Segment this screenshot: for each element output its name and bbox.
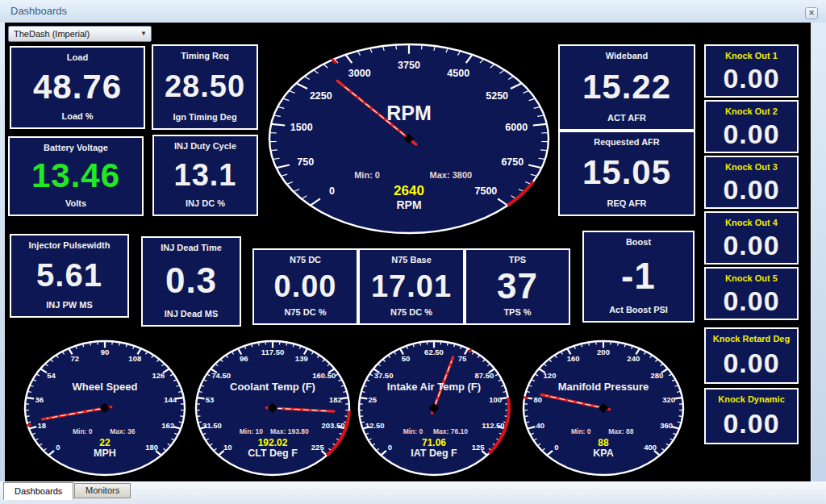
tile-knock-out-1: Knock Out 1 0.00: [704, 44, 799, 98]
svg-text:240: 240: [627, 354, 640, 363]
svg-text:126: 126: [152, 371, 165, 380]
tile-knock-out-5: Knock Out 5 0.00: [704, 267, 799, 320]
svg-text:100: 100: [489, 395, 502, 404]
svg-text:3750: 3750: [398, 60, 420, 71]
svg-text:IAT Deg F: IAT Deg F: [411, 448, 457, 459]
svg-text:Wheel Speed: Wheel Speed: [73, 381, 138, 393]
svg-text:CLT Deg F: CLT Deg F: [248, 448, 298, 459]
tile-title: Knock Out 4: [725, 213, 778, 227]
svg-text:2640: 2640: [394, 183, 424, 198]
wheel-speed-gauge: 01836547290108126144162180Wheel SpeedMin…: [23, 339, 187, 477]
tile-title: Battery Voltage: [44, 138, 108, 152]
close-button[interactable]: ✕: [805, 7, 818, 19]
tile-value: 13.46: [31, 152, 120, 198]
svg-text:320: 320: [662, 395, 675, 404]
tile-value: 0.00: [723, 344, 779, 382]
svg-text:Max: 88: Max: 88: [608, 427, 633, 435]
tile-knock-out-2: Knock Out 2 0.00: [704, 100, 799, 153]
tile-value: 13.1: [174, 151, 237, 198]
tile-value: 0.3: [165, 252, 217, 309]
tile-value: 15.05: [582, 147, 671, 198]
tile-value: -1: [621, 247, 656, 305]
svg-text:112.50: 112.50: [482, 421, 505, 430]
tile-title: Timing Req: [181, 46, 229, 60]
svg-text:Min: 0: Min: 0: [571, 427, 591, 435]
svg-text:360: 360: [660, 421, 673, 430]
svg-text:96: 96: [240, 354, 248, 363]
svg-text:Min: 0: Min: 0: [73, 427, 93, 435]
tile-timing-req: Timing Req 28.50 Ign Timing Deg: [152, 44, 258, 130]
svg-text:7500: 7500: [475, 185, 498, 197]
tile-value: 0.00: [723, 172, 779, 207]
tile-title: Injector Pulsewidth: [29, 235, 111, 250]
dashboard-selector-value: TheDash (Imperial): [14, 29, 90, 39]
svg-text:0: 0: [329, 185, 335, 197]
tile-value: 0.00: [723, 404, 779, 443]
tile-value: 37: [497, 264, 538, 307]
svg-text:108: 108: [128, 354, 141, 363]
svg-text:0: 0: [554, 443, 558, 452]
tile-value: 15.22: [582, 60, 671, 113]
tile-n75-dc: N75 DC 0.00 N75 DC %: [252, 248, 358, 325]
svg-text:139: 139: [295, 354, 308, 363]
tile-inj-dead-time: INJ Dead Time 0.3 INJ Dead MS: [141, 236, 241, 327]
svg-text:12.50: 12.50: [365, 421, 385, 430]
svg-text:120: 120: [544, 371, 557, 380]
title-bar: Dashboards ✕: [0, 0, 826, 23]
tile-title: Requested AFR: [594, 132, 660, 147]
svg-text:37.50: 37.50: [374, 371, 394, 380]
manifold-pressure-gauge: 04080120160200240280320360400Manifold Pr…: [521, 339, 686, 477]
svg-text:0: 0: [56, 443, 60, 452]
tile-tps: TPS 37 TPS %: [465, 248, 570, 325]
tile-title: Load: [67, 48, 88, 62]
svg-text:0: 0: [388, 443, 392, 452]
svg-text:RPM: RPM: [396, 198, 421, 211]
tab-dashboards[interactable]: Dashboards: [3, 482, 73, 500]
tile-title: N75 Base: [391, 250, 432, 264]
svg-text:Manifold Pressure: Manifold Pressure: [558, 381, 649, 393]
tile-units: Ign Timing Deg: [173, 112, 236, 128]
tile-units: N75 DC %: [285, 307, 327, 323]
svg-text:3000: 3000: [348, 68, 371, 79]
svg-text:40: 40: [536, 421, 545, 430]
svg-text:36: 36: [35, 395, 44, 404]
tile-knock-dynamic: Knock Dynamic 0.00: [704, 388, 799, 444]
svg-text:75: 75: [458, 354, 467, 363]
tile-knock-out-4: Knock Out 4 0.00: [704, 211, 799, 264]
tile-title: Knock Out 1: [725, 46, 778, 60]
tile-units: Volts: [65, 198, 86, 215]
svg-text:162: 162: [161, 421, 174, 430]
svg-text:6750: 6750: [501, 156, 524, 168]
tile-title: TPS: [509, 250, 526, 264]
tile-load: Load 48.76 Load %: [10, 46, 145, 129]
svg-text:MPH: MPH: [94, 448, 116, 459]
coolant-temp-gauge: 1031.505374.5096117.50139160.50182203.50…: [194, 339, 352, 477]
svg-text:62.50: 62.50: [424, 348, 444, 356]
svg-text:200: 200: [597, 348, 610, 356]
dashboard-selector[interactable]: TheDash (Imperial) ▼: [8, 26, 152, 42]
tile-value: 0.00: [723, 227, 779, 263]
svg-text:72: 72: [70, 354, 79, 363]
svg-text:1500: 1500: [290, 122, 313, 133]
svg-text:Max: 76.10: Max: 76.10: [433, 427, 468, 435]
svg-text:Max: 3800: Max: 3800: [430, 170, 473, 180]
svg-text:182: 182: [329, 395, 342, 404]
tile-battery-voltage: Battery Voltage 13.46 Volts: [8, 136, 144, 216]
tile-value: 0.00: [723, 60, 779, 96]
svg-text:Min: 10: Min: 10: [240, 427, 264, 435]
svg-text:203.50: 203.50: [321, 421, 344, 430]
svg-text:Max: 193.80: Max: 193.80: [270, 427, 309, 435]
tile-title: Knock Out 3: [725, 157, 778, 172]
svg-text:18: 18: [38, 421, 47, 430]
window-title: Dashboards: [10, 5, 67, 17]
tile-knock-out-3: Knock Out 3 0.00: [704, 156, 799, 209]
svg-text:280: 280: [651, 371, 664, 380]
svg-text:125: 125: [472, 443, 486, 452]
tab-monitors[interactable]: Monitors: [74, 483, 131, 498]
tile-units: Load %: [61, 111, 93, 127]
svg-text:750: 750: [297, 156, 314, 168]
tile-title: Wideband: [606, 46, 648, 60]
tile-value: 5.61: [36, 250, 102, 300]
tile-title: Knock Retard Deg: [713, 329, 790, 344]
svg-text:Coolant Temp (F): Coolant Temp (F): [230, 381, 315, 393]
